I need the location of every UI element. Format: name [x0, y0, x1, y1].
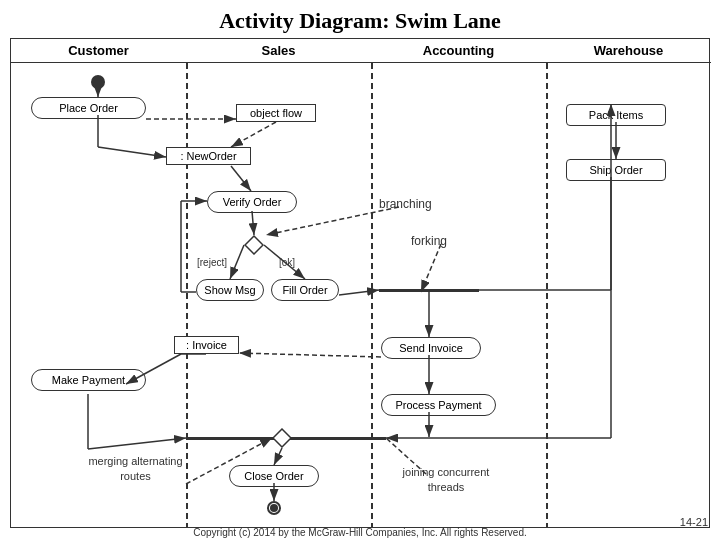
lane-divider-3 [546, 63, 548, 527]
diagram-container: Customer Sales Accounting Warehouse Plac… [10, 38, 710, 528]
svg-line-35 [274, 448, 282, 465]
svg-line-9 [231, 122, 276, 147]
svg-line-12 [230, 245, 244, 279]
invoice-box: : Invoice [174, 336, 239, 354]
svg-line-7 [98, 147, 166, 157]
joining-label: joining concurrent threads [391, 465, 501, 496]
decision-diamond [244, 235, 264, 255]
page-number: 14-21 [680, 516, 708, 528]
reject-label: [reject] [197, 257, 227, 268]
svg-line-17 [339, 290, 379, 295]
close-order-box: Close Order [229, 465, 319, 487]
svg-line-32 [421, 244, 441, 292]
svg-line-23 [239, 353, 381, 357]
fork-bar-horizontal [379, 289, 479, 292]
fill-order-box: Fill Order [271, 279, 339, 301]
footer-text: Copyright (c) 2014 by the McGraw-Hill Co… [0, 527, 720, 538]
place-order-box: Place Order [31, 97, 146, 119]
lane-header-warehouse: Warehouse [546, 39, 711, 63]
end-circle [267, 501, 281, 515]
ship-order-box: Ship Order [566, 159, 666, 181]
svg-marker-1 [273, 429, 291, 447]
merging-label: merging alternating routes [83, 454, 188, 485]
object-flow-box: object flow [236, 104, 316, 122]
lane-header-accounting: Accounting [371, 39, 546, 63]
new-order-box: : NewOrder [166, 147, 251, 165]
page-title: Activity Diagram: Swim Lane [0, 0, 720, 38]
forking-label: forking [411, 234, 447, 248]
end-circle-inner [270, 504, 278, 512]
svg-line-8 [231, 166, 251, 191]
make-payment-box: Make Payment [31, 369, 146, 391]
branching-label: branching [379, 197, 432, 211]
merging-diamond [272, 428, 292, 448]
pack-items-box: Pack Items [566, 104, 666, 126]
lane-header-customer: Customer [11, 39, 186, 63]
process-payment-box: Process Payment [381, 394, 496, 416]
send-invoice-box: Send Invoice [381, 337, 481, 359]
svg-line-10 [252, 211, 254, 235]
ok-label: [ok] [279, 257, 295, 268]
verify-order-box: Verify Order [207, 191, 297, 213]
lane-divider-2 [371, 63, 373, 527]
svg-marker-0 [245, 236, 263, 254]
svg-line-29 [88, 438, 186, 449]
show-msg-box: Show Msg [196, 279, 264, 301]
start-circle [91, 75, 105, 89]
lane-header-sales: Sales [186, 39, 371, 63]
